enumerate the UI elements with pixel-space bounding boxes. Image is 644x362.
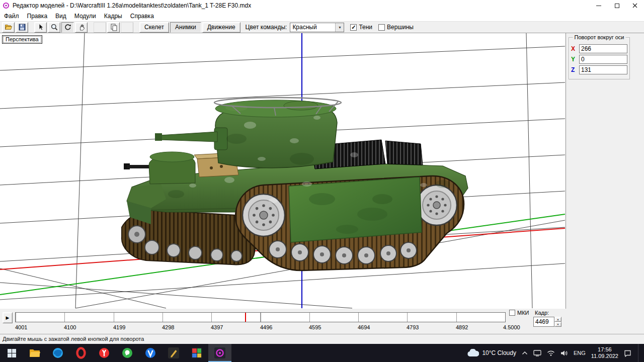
tick-label: 4397 [211,324,223,330]
vertices-checkbox-group[interactable]: Вершины [378,24,414,31]
rotation-row-y: Y [571,55,627,64]
rotation-x-input[interactable] [579,44,627,53]
team-color-label: Цвет команды: [246,24,287,31]
tank-model [122,98,468,270]
team-color-select[interactable]: Красный ▼ [290,23,344,32]
disabled-tool-button [94,22,106,33]
cursor-icon [37,23,45,31]
close-icon [632,3,637,8]
folder-icon [29,347,41,359]
frame-label: Кадр: [535,310,549,316]
menu-modules[interactable]: Модули [70,11,100,21]
mki-label: МКИ [517,310,529,316]
tick-label: 4595 [309,324,321,330]
notification-center-icon[interactable] [624,349,631,357]
weather-widget[interactable]: 10°C Cloudy [467,349,516,357]
team-color-value: Красный [292,24,316,31]
current-frame-marker[interactable] [245,313,246,322]
taskbar-v-browser-icon[interactable] [139,344,162,362]
mki-checkbox-group[interactable]: МКИ [509,310,529,316]
taskbar-messenger-icon[interactable] [116,344,139,362]
status-bar: Двигайте мышь с зажатой левой кнопкой дл… [0,334,644,344]
rotation-group-title: Поворот вокруг оси [573,34,626,40]
shadows-checkbox[interactable]: ✓ [350,24,357,31]
taskbar-edge-icon[interactable] [46,344,69,362]
status-message: Двигайте мышь с зажатой левой кнопкой дл… [3,336,144,342]
copy-icon [110,23,118,31]
blue-v-app-icon [144,347,156,359]
shadows-checkbox-group[interactable]: ✓ Тени [350,24,372,31]
weather-text: 10°C Cloudy [482,349,516,356]
disabled-tool-button [121,22,133,33]
mki-checkbox[interactable] [509,310,515,316]
minimize-icon [596,6,601,6]
play-button[interactable]: ▶ [3,312,13,323]
tick-label: 4298 [162,324,174,330]
taskbar-explorer-icon[interactable] [23,344,46,362]
axis-y-label: Y [571,56,577,63]
rotation-row-x: X [571,44,627,53]
green-messenger-icon [121,347,133,359]
editor-quill-icon [168,347,180,359]
maximize-button[interactable] [608,0,626,11]
select-tool-button[interactable] [34,22,47,33]
hand-icon [77,23,86,31]
language-indicator[interactable]: ENG [574,350,586,356]
vertices-checkbox[interactable] [378,24,385,31]
mosaic-grid-icon [191,347,203,359]
chevron-down-icon[interactable]: ▼ [335,23,344,32]
taskbar-tileset-icon[interactable] [185,344,208,362]
rotation-y-input[interactable] [579,55,627,64]
minimize-button[interactable] [590,0,608,11]
frame-input[interactable] [533,317,554,327]
cloud-icon [467,349,479,357]
save-floppy-icon [18,23,26,31]
close-button[interactable] [626,0,644,11]
menu-help[interactable]: Справка [126,11,158,21]
tab-animations[interactable]: Анимки [170,22,201,33]
axis-x-label: X [571,45,577,52]
pan-tool-button[interactable] [75,22,88,33]
taskbar-apps [0,344,231,362]
taskbar-opera-icon[interactable] [69,344,93,362]
side-panel: Поворот вокруг оси X Y Z [566,33,644,309]
taskbar-model-editor-icon[interactable] [208,344,231,362]
title-bar: Редактор моделей - D:\WarcraftIII 1.26a\… [0,0,644,11]
spinner-up-button[interactable]: ▲ [554,317,561,322]
copy-button[interactable] [107,22,120,33]
open-button[interactable] [2,22,15,33]
menu-bar: Файл Правка Вид Модули Кадры Справка [0,11,644,21]
rotate-tool-button[interactable] [61,22,74,33]
menu-edit[interactable]: Правка [23,11,52,21]
rotation-z-input[interactable] [579,65,627,74]
tray-volume-icon[interactable] [560,350,568,356]
tank-drive-sprocket [417,185,457,225]
menu-view[interactable]: Вид [51,11,70,21]
tray-chevron-up-icon[interactable] [522,351,528,355]
rotate-icon [64,23,72,31]
window-title: Редактор моделей - D:\WarcraftIII 1.26a\… [13,2,251,9]
shadows-label: Тени [359,24,372,31]
tray-wifi-icon[interactable] [547,350,555,356]
tray-monitor-icon[interactable] [533,350,541,356]
save-button[interactable] [16,22,28,33]
viewport-3d[interactable]: Перспектива [0,33,566,309]
menu-file[interactable]: Файл [0,11,23,21]
tab-movement[interactable]: Движение [202,22,240,33]
tank-gun-barrel [160,132,217,142]
taskbar-world-editor-icon[interactable] [162,344,185,362]
taskbar-yandex-icon[interactable] [93,344,116,362]
perspective-label[interactable]: Перспектива [2,35,42,44]
start-button[interactable] [0,344,23,362]
tab-skeleton[interactable]: Скелет [139,22,169,33]
zoom-tool-button[interactable] [48,22,60,33]
tank-side-skirt [289,177,422,242]
tick-label: 4199 [113,324,125,330]
tray-clock[interactable]: 17:56 11.09.2022 [591,346,618,359]
show-desktop-button[interactable] [638,344,640,362]
timeline-ruler[interactable] [15,312,506,322]
spinner-down-button[interactable]: ▼ [554,322,561,327]
opera-browser-icon [75,347,87,359]
menu-frames[interactable]: Кадры [100,11,126,21]
tray-date: 11.09.2022 [591,353,618,359]
